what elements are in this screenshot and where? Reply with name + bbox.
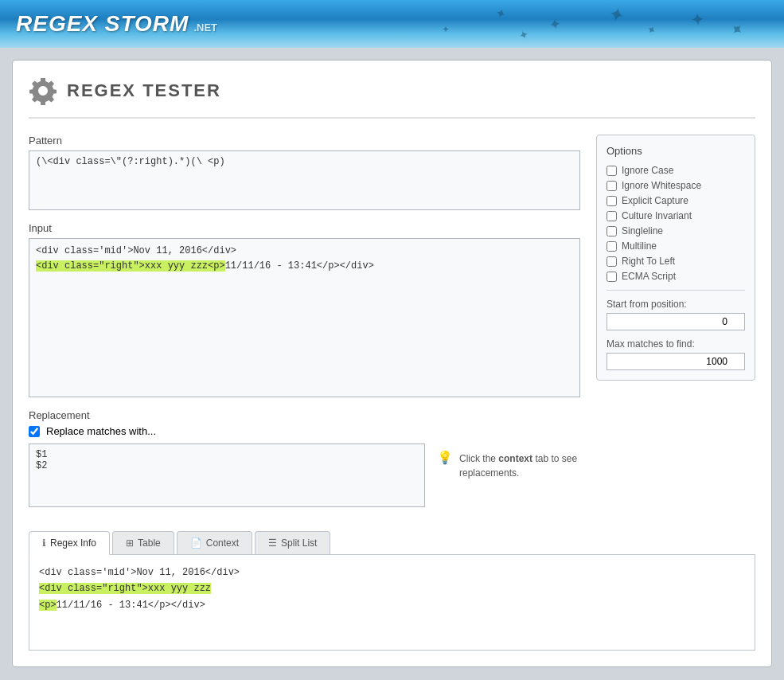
option-culture-invariant-checkbox[interactable]	[607, 211, 617, 221]
replacement-checkbox-label[interactable]: Replace matches with...	[46, 425, 156, 437]
option-culture-invariant: Culture Invariant	[607, 210, 745, 221]
option-ignore-whitespace-checkbox[interactable]	[607, 181, 617, 191]
input-line2-highlighted: <div class="right">xxx yyy zzz<p>	[36, 260, 225, 272]
replacement-label: Replacement	[29, 409, 580, 421]
tab-split-list-label: Split List	[281, 537, 317, 549]
input-label: Input	[29, 222, 580, 234]
replacement-input[interactable]: $1 $2	[29, 444, 425, 507]
hint-text: Click the context tab to see replacement…	[459, 451, 580, 480]
panel-header: REGEX TESTER	[29, 76, 755, 119]
tab-regex-info-label: Regex Info	[50, 537, 96, 549]
context-icon: 📄	[190, 537, 202, 549]
replacement-hint-area: 💡 Click the context tab to see replaceme…	[437, 444, 580, 507]
tab-split-list[interactable]: ☰ Split List	[255, 531, 330, 554]
replacement-left: $1 $2	[29, 444, 425, 507]
main-panel: REGEX TESTER Pattern (\<div class=\"(?:r…	[12, 60, 772, 667]
logo: REGEX STORM .NET	[16, 11, 217, 37]
input-line2-rest: 11/11/16 - 13:41</p></div>	[225, 260, 374, 272]
tab-table-label: Table	[138, 537, 161, 549]
pattern-label: Pattern	[29, 135, 580, 147]
pattern-input[interactable]: (\<div class=\"(?:right).*)(\ <p)	[29, 150, 580, 210]
option-ignore-case: Ignore Case	[607, 165, 745, 176]
app-version: .NET	[193, 21, 217, 33]
bulb-icon: 💡	[437, 451, 453, 464]
replacement-hint: 💡 Click the context tab to see replaceme…	[437, 451, 580, 480]
tab-content-area: <div class='mid'>Nov 11, 2016</div> <div…	[29, 555, 755, 651]
options-divider	[607, 290, 745, 291]
tab-table[interactable]: ⊞ Table	[112, 531, 174, 554]
start-from-input[interactable]	[607, 313, 745, 330]
tab-content-line3: <p>11/11/16 - 13:41</p></div>	[39, 597, 745, 613]
option-ignore-case-label[interactable]: Ignore Case	[622, 165, 673, 176]
content-area: Pattern (\<div class=\"(?:right).*)(\ <p…	[29, 135, 755, 519]
header-decoration: ✦ ✦ ✦ ✦ ✦ ✦ ✦ ✦	[466, 0, 784, 48]
option-ignore-whitespace: Ignore Whitespace	[607, 180, 745, 191]
tab-content-line1: <div class='mid'>Nov 11, 2016</div>	[39, 565, 745, 580]
option-singleline-label[interactable]: Singleline	[622, 225, 663, 236]
tab-content-line2: <div class="right">xxx yyy zzz	[39, 580, 745, 596]
options-panel: Options Ignore Case Ignore Whitespace Ex…	[596, 135, 755, 381]
max-matches-label: Max matches to find:	[607, 338, 745, 350]
input-line1: <div class='mid'>Nov 11, 2016</div>	[36, 245, 236, 256]
option-ignore-case-checkbox[interactable]	[607, 166, 617, 176]
tab-context[interactable]: 📄 Context	[177, 531, 252, 554]
tab-regex-info[interactable]: ℹ Regex Info	[29, 531, 110, 555]
tab-content-line3-rest: 11/11/16 - 13:41</p></div>	[57, 600, 205, 611]
main-container: REGEX TESTER Pattern (\<div class=\"(?:r…	[0, 48, 784, 680]
option-explicit-capture-label[interactable]: Explicit Capture	[622, 195, 688, 206]
max-matches-input[interactable]	[607, 353, 745, 370]
start-from-label: Start from position:	[607, 299, 745, 310]
option-ecma-script-checkbox[interactable]	[607, 272, 617, 282]
replacement-checkbox-row: Replace matches with...	[29, 425, 580, 437]
option-singleline-checkbox[interactable]	[607, 226, 617, 236]
split-list-icon: ☰	[268, 537, 277, 549]
options-title: Options	[607, 145, 745, 157]
table-icon: ⊞	[126, 537, 134, 549]
right-column: Options Ignore Case Ignore Whitespace Ex…	[596, 135, 755, 519]
option-ecma-script-label[interactable]: ECMA Script	[622, 271, 676, 282]
input-display[interactable]: <div class='mid'>Nov 11, 2016</div> <div…	[29, 238, 580, 397]
left-column: Pattern (\<div class=\"(?:right).*)(\ <p…	[29, 135, 580, 519]
gear-icon	[29, 76, 57, 105]
input-section: Input <div class='mid'>Nov 11, 2016</div…	[29, 222, 580, 397]
app-name: REGEX STORM	[16, 11, 189, 37]
option-right-to-left-label[interactable]: Right To Left	[622, 256, 675, 267]
option-singleline: Singleline	[607, 225, 745, 236]
info-icon: ℹ	[42, 537, 46, 549]
tab-highlight-group2: <p>	[39, 600, 57, 611]
option-right-to-left-checkbox[interactable]	[607, 256, 617, 267]
tabs-row: ℹ Regex Info ⊞ Table 📄 Context ☰ Split L…	[29, 531, 755, 555]
option-explicit-capture-checkbox[interactable]	[607, 196, 617, 206]
tab-highlight-group1: <div class="right">xxx yyy zzz	[39, 583, 211, 594]
panel-title: REGEX TESTER	[67, 80, 221, 101]
replacement-checkbox[interactable]	[29, 426, 40, 437]
replacement-row: $1 $2 💡 Click the context tab to see rep…	[29, 444, 580, 507]
option-multiline-label[interactable]: Multiline	[622, 240, 657, 252]
option-multiline-checkbox[interactable]	[607, 241, 617, 252]
tab-context-label: Context	[206, 537, 239, 549]
replacement-section: Replacement Replace matches with... $1 $…	[29, 409, 580, 507]
tabs-container: ℹ Regex Info ⊞ Table 📄 Context ☰ Split L…	[29, 531, 755, 651]
option-right-to-left: Right To Left	[607, 256, 745, 267]
pattern-section: Pattern (\<div class=\"(?:right).*)(\ <p…	[29, 135, 580, 210]
option-explicit-capture: Explicit Capture	[607, 195, 745, 206]
option-ignore-whitespace-label[interactable]: Ignore Whitespace	[622, 180, 701, 191]
option-culture-invariant-label[interactable]: Culture Invariant	[622, 210, 692, 221]
app-header: REGEX STORM .NET ✦ ✦ ✦ ✦ ✦ ✦ ✦ ✦	[0, 0, 784, 48]
option-multiline: Multiline	[607, 240, 745, 252]
option-ecma-script: ECMA Script	[607, 271, 745, 282]
